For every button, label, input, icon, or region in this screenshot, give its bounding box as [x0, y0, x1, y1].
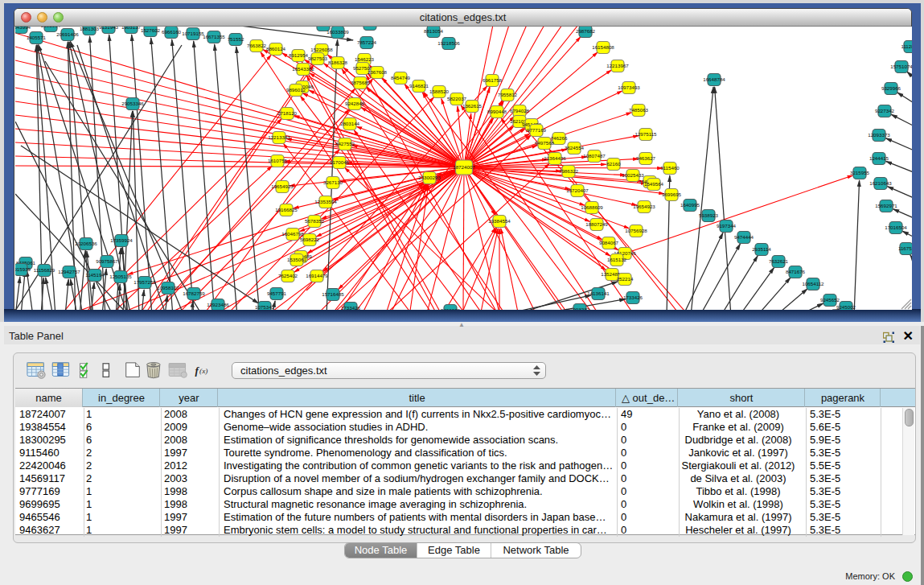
svg-text:9245002: 9245002	[836, 304, 856, 310]
svg-text:19166825: 19166825	[275, 207, 298, 212]
svg-text:10688609: 10688609	[581, 204, 603, 210]
svg-text:23300293: 23300293	[418, 175, 441, 180]
svg-text:12093373: 12093373	[868, 132, 890, 138]
svg-text:5822037: 5822037	[447, 96, 467, 101]
svg-text:19654923: 19654923	[271, 183, 294, 189]
svg-text:16543362: 16543362	[292, 66, 314, 72]
svg-text:1610755: 1610755	[268, 158, 288, 163]
svg-text:17016504: 17016504	[885, 225, 907, 230]
svg-text:16210643: 16210643	[869, 180, 892, 186]
svg-text:17957255: 17957255	[133, 279, 156, 285]
svg-text:2935114: 2935114	[752, 246, 771, 252]
svg-text:1733426: 1733426	[341, 305, 361, 310]
svg-text:10719155: 10719155	[182, 31, 204, 36]
svg-text:16782759: 16782759	[183, 290, 205, 296]
svg-text:8427552: 8427552	[335, 141, 355, 146]
svg-text:1112803: 1112803	[901, 43, 912, 49]
svg-text:5938923: 5938923	[699, 212, 719, 218]
svg-text:16033809: 16033809	[326, 29, 349, 35]
svg-text:9146821: 9146821	[409, 83, 429, 89]
svg-text:3267130: 3267130	[323, 179, 343, 185]
svg-text:8343994: 8343994	[15, 27, 31, 30]
svg-text:15716485: 15716485	[322, 291, 344, 297]
svg-text:1903137: 1903137	[121, 27, 142, 30]
svg-text:11156829: 11156829	[34, 267, 55, 273]
svg-text:6497568: 6497568	[535, 140, 555, 146]
svg-text:1405571: 1405571	[27, 35, 47, 40]
svg-text:21364436: 21364436	[544, 155, 566, 161]
svg-text:15751074: 15751074	[890, 64, 912, 69]
svg-text:7632621: 7632621	[769, 258, 789, 264]
svg-text:7857224: 7857224	[357, 39, 377, 45]
svg-text:19654923: 19654923	[633, 204, 655, 209]
svg-text:90975867: 90975867	[96, 258, 118, 264]
svg-text:116753: 116753	[898, 245, 912, 251]
svg-text:12942757: 12942757	[58, 269, 80, 274]
svg-text:10958107: 10958107	[157, 285, 179, 290]
svg-text:252214: 252214	[617, 276, 634, 282]
svg-text:18807249: 18807249	[585, 221, 608, 227]
svg-text:10654112: 10654112	[802, 281, 824, 286]
svg-text:1362615: 1362615	[462, 103, 483, 109]
svg-text:18724007: 18724007	[453, 164, 475, 170]
svg-text:751552: 751552	[228, 36, 244, 42]
svg-text:6961758: 6961758	[483, 77, 503, 83]
svg-text:1733426: 1733426	[623, 295, 643, 300]
svg-text:16154808: 16154808	[592, 44, 614, 50]
svg-text:9084067: 9084067	[599, 240, 619, 245]
svg-text:2367608: 2367608	[368, 69, 388, 75]
svg-text:9115460: 9115460	[660, 165, 680, 171]
svg-text:10973493: 10973493	[618, 84, 640, 90]
svg-text:1063327: 1063327	[314, 27, 334, 27]
svg-text:12213967: 12213967	[606, 63, 629, 68]
svg-text:7986322: 7986322	[559, 168, 579, 174]
svg-text:9245652: 9245652	[820, 297, 840, 303]
svg-text:2093994: 2093994	[41, 27, 61, 28]
svg-text:16914479: 16914479	[306, 273, 328, 278]
svg-text:1145194: 1145194	[85, 272, 105, 278]
svg-text:16671355: 16671355	[203, 34, 225, 39]
svg-text:9463627: 9463627	[636, 155, 656, 161]
svg-text:6966160: 6966160	[162, 29, 182, 35]
svg-text:10807487: 10807487	[583, 153, 606, 159]
svg-text:19384554: 19384554	[488, 218, 511, 224]
svg-text:2987682: 2987682	[576, 28, 596, 34]
svg-text:1535061: 1535061	[287, 257, 307, 262]
svg-text:8454749: 8454749	[391, 75, 411, 80]
svg-text:7663822: 7663822	[247, 43, 267, 48]
svg-text:17359924: 17359924	[110, 237, 133, 243]
svg-text:8186328: 8186328	[328, 60, 348, 65]
svg-text:1075341: 1075341	[255, 304, 275, 310]
svg-text:9474444: 9474444	[734, 234, 754, 240]
svg-text:7955812: 7955812	[498, 92, 518, 97]
svg-text:7485063: 7485063	[629, 107, 649, 113]
svg-text:29053346: 29053346	[121, 101, 144, 106]
svg-text:9329966: 9329966	[881, 85, 901, 91]
svg-text:9777169: 9777169	[527, 127, 547, 133]
svg-text:10756928: 10756928	[625, 228, 647, 233]
svg-text:9227342: 9227342	[875, 108, 895, 113]
svg-text:12923486: 12923486	[207, 302, 229, 307]
svg-text:2803144: 2803144	[340, 121, 360, 126]
svg-text:2718120: 2718120	[277, 110, 298, 116]
svg-text:9457791: 9457791	[267, 290, 287, 296]
svg-text:12353594: 12353594	[314, 199, 337, 204]
svg-text:12975115: 12975115	[634, 131, 657, 137]
svg-text:5698222: 5698222	[300, 237, 320, 242]
svg-text:9896012: 9896012	[286, 87, 306, 93]
svg-text:12505135: 12505135	[109, 274, 132, 279]
svg-text:16648784: 16648784	[703, 76, 725, 82]
svg-text:7625402: 7625402	[278, 273, 298, 278]
svg-text:9197344: 9197344	[717, 223, 737, 229]
svg-text:9170046: 9170046	[330, 159, 350, 165]
svg-text:8990448: 8990448	[487, 109, 507, 114]
svg-text:9242848: 9242848	[345, 101, 365, 106]
svg-text:1549564: 1549564	[644, 181, 664, 187]
svg-text:8471676: 8471676	[786, 269, 806, 274]
svg-text:3875685: 3875685	[351, 80, 371, 85]
svg-text:8860124: 8860124	[266, 46, 286, 51]
svg-text:20206536: 20206536	[75, 241, 97, 246]
svg-text:9463002: 9463002	[441, 307, 461, 310]
svg-text:1615132: 1615132	[607, 257, 627, 262]
svg-text:6794028: 6794028	[510, 108, 530, 113]
